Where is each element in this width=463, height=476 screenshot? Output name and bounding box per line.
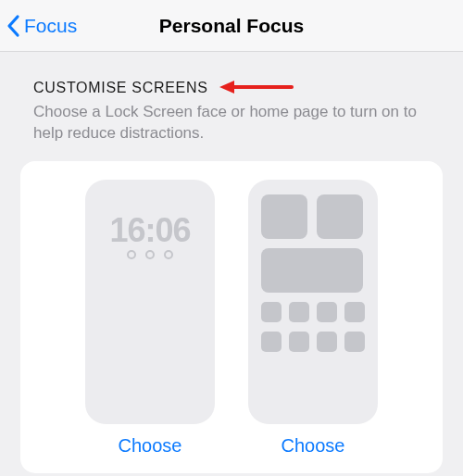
lockscreen-preview[interactable]: 16:06 (85, 180, 215, 424)
back-button[interactable]: Focus (0, 14, 77, 38)
section-header: CUSTOMISE SCREENS (0, 52, 463, 100)
section-subtext: Choose a Lock Screen face or home page t… (0, 100, 463, 154)
lockscreen-option: 16:06 Choose (81, 180, 219, 457)
homescreen-option: Choose (244, 180, 382, 457)
annotation-arrow-icon (219, 79, 294, 95)
choose-lockscreen-button[interactable]: Choose (119, 435, 182, 457)
navigation-bar: Focus Personal Focus (0, 0, 463, 52)
home-widgets-icon (261, 194, 365, 352)
back-label: Focus (24, 15, 77, 37)
screens-card: 16:06 Choose Choose (20, 161, 443, 473)
lockscreen-time: 16:06 (85, 211, 215, 250)
homescreen-preview[interactable] (248, 180, 378, 424)
choose-homescreen-button[interactable]: Choose (282, 435, 345, 457)
chevron-left-icon (6, 14, 22, 38)
svg-marker-1 (219, 81, 234, 94)
page-dots-icon (85, 250, 215, 259)
section-label: CUSTOMISE SCREENS (33, 80, 208, 96)
